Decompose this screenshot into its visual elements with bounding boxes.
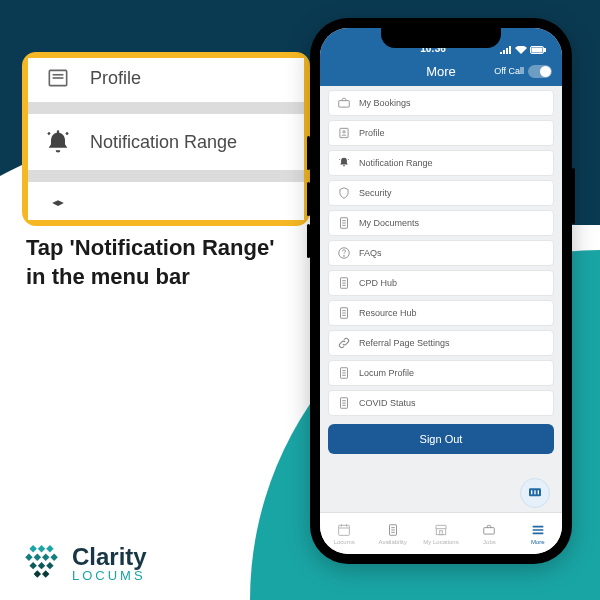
callout-label-prev: Profile <box>90 68 141 89</box>
menu-icon <box>529 522 547 538</box>
tab-bar: LocumsAvailabilityMy LocationsJobsMore <box>320 512 562 554</box>
calendar-icon <box>335 522 353 538</box>
briefcase-icon <box>480 522 498 538</box>
tab-label: More <box>531 539 545 545</box>
tab-label: Locums <box>334 539 355 545</box>
tab-label: My Locations <box>423 539 458 545</box>
tab-my-locations[interactable]: My Locations <box>417 513 465 554</box>
toggle-label: Off Call <box>494 66 524 76</box>
profile-icon <box>44 64 72 92</box>
tab-label: Jobs <box>483 539 496 545</box>
menu-item-label: Locum Profile <box>359 368 414 378</box>
status-indicators <box>500 46 546 54</box>
brand-mark-icon <box>20 542 62 584</box>
document-icon <box>384 522 402 538</box>
tab-locums[interactable]: Locums <box>320 513 368 554</box>
menu-list: My BookingsProfileNotification RangeSecu… <box>320 86 562 416</box>
menu-item-bookings[interactable]: My Bookings <box>328 90 554 116</box>
svg-rect-61 <box>29 562 36 569</box>
chat-fab[interactable] <box>520 478 550 508</box>
tab-label: Availability <box>378 539 406 545</box>
document-icon <box>337 276 351 290</box>
menu-item-docs[interactable]: My Documents <box>328 210 554 236</box>
menu-item-profile[interactable]: Profile <box>328 120 554 146</box>
menu-item-label: CPD Hub <box>359 278 397 288</box>
sign-out-button[interactable]: Sign Out <box>328 424 554 454</box>
bell-icon <box>44 128 72 156</box>
nav-title: More <box>426 64 456 79</box>
svg-rect-58 <box>34 554 41 561</box>
document-icon <box>337 306 351 320</box>
svg-rect-63 <box>46 562 53 569</box>
svg-rect-4 <box>500 52 502 54</box>
svg-rect-56 <box>46 545 53 552</box>
svg-point-13 <box>343 131 345 133</box>
svg-rect-9 <box>532 48 542 52</box>
menu-item-label: Resource Hub <box>359 308 417 318</box>
svg-rect-48 <box>436 529 445 535</box>
svg-rect-5 <box>503 50 505 54</box>
link-icon <box>337 336 351 350</box>
nav-bar: More Off Call <box>320 56 562 86</box>
svg-rect-39 <box>538 490 539 494</box>
menu-item-label: Profile <box>359 128 385 138</box>
svg-rect-11 <box>339 101 350 107</box>
svg-rect-59 <box>42 554 49 561</box>
briefcase-icon <box>337 96 351 110</box>
brand-logo: Clarity Locums <box>20 542 147 584</box>
menu-item-resource[interactable]: Resource Hub <box>328 300 554 326</box>
menu-item-locum[interactable]: Locum Profile <box>328 360 554 386</box>
toggle-switch[interactable] <box>528 65 552 78</box>
brand-sub: Locums <box>72 569 147 582</box>
menu-item-cpd[interactable]: CPD Hub <box>328 270 554 296</box>
document-icon <box>337 366 351 380</box>
menu-item-label: My Bookings <box>359 98 411 108</box>
svg-rect-40 <box>339 525 350 535</box>
store-icon <box>432 522 450 538</box>
profile-icon <box>337 126 351 140</box>
svg-rect-54 <box>29 545 36 552</box>
instruction-text: Tap 'Notification Range' in the menu bar <box>26 234 276 291</box>
brand-name: Clarity <box>72 545 147 569</box>
svg-rect-50 <box>484 528 495 534</box>
menu-item-label: My Documents <box>359 218 419 228</box>
off-call-toggle[interactable]: Off Call <box>494 65 552 78</box>
svg-point-19 <box>344 256 345 257</box>
svg-rect-49 <box>440 531 443 535</box>
svg-rect-60 <box>50 554 57 561</box>
menu-item-label: Notification Range <box>359 158 433 168</box>
callout-row-main: Notification Range <box>28 114 304 170</box>
bell-icon <box>337 156 351 170</box>
svg-rect-6 <box>506 48 508 54</box>
callout-row-prev: Profile <box>28 58 304 102</box>
svg-rect-37 <box>531 490 532 494</box>
svg-rect-62 <box>38 562 45 569</box>
callout-row-next <box>28 182 304 220</box>
menu-item-security[interactable]: Security <box>328 180 554 206</box>
menu-item-label: FAQs <box>359 248 382 258</box>
shield-icon <box>337 186 351 200</box>
svg-rect-64 <box>34 570 41 577</box>
menu-item-covid[interactable]: COVID Status <box>328 390 554 416</box>
menu-item-faqs[interactable]: FAQs <box>328 240 554 266</box>
menu-item-label: Security <box>359 188 392 198</box>
svg-rect-10 <box>544 49 546 52</box>
phone-frame: 10:36 More Off Call My BookingsProfileNo… <box>310 18 572 564</box>
question-icon <box>337 246 351 260</box>
svg-marker-3 <box>52 200 64 206</box>
menu-item-notif[interactable]: Notification Range <box>328 150 554 176</box>
svg-rect-7 <box>509 46 511 54</box>
callout-label-main: Notification Range <box>90 132 237 153</box>
menu-item-label: Referral Page Settings <box>359 338 450 348</box>
svg-rect-57 <box>25 554 32 561</box>
callout-zoom: Profile Notification Range <box>22 52 310 226</box>
tab-jobs[interactable]: Jobs <box>465 513 513 554</box>
svg-rect-65 <box>42 570 49 577</box>
phone-screen: 10:36 More Off Call My BookingsProfileNo… <box>320 28 562 554</box>
svg-rect-38 <box>534 490 535 494</box>
menu-item-label: COVID Status <box>359 398 416 408</box>
menu-item-referral[interactable]: Referral Page Settings <box>328 330 554 356</box>
document-icon <box>337 396 351 410</box>
tab-availability[interactable]: Availability <box>368 513 416 554</box>
tab-more[interactable]: More <box>514 513 562 554</box>
